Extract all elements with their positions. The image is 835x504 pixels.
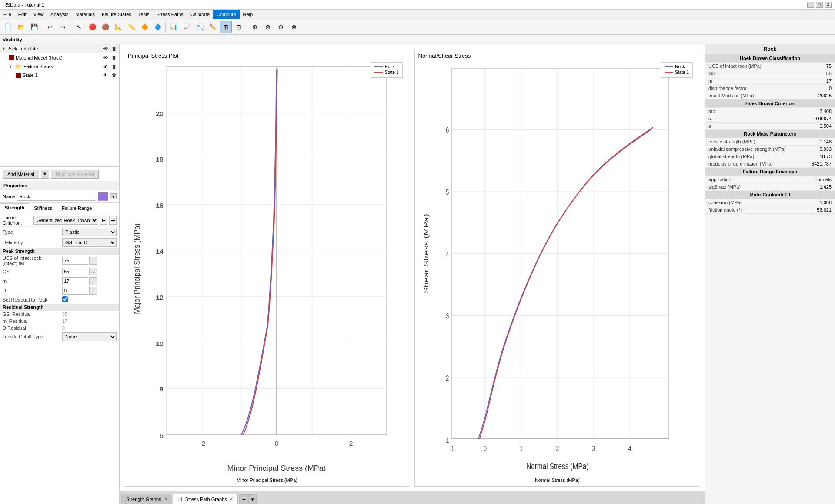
- svg-text:4: 4: [628, 444, 631, 452]
- tool-13[interactable]: ⊘: [262, 21, 274, 33]
- tree-item-state1[interactable]: State 1 👁 🗑: [0, 71, 119, 80]
- rock-mass-params-header: Rock Mass Parameters: [705, 130, 835, 138]
- set-residual-checkbox[interactable]: [62, 296, 68, 302]
- select-button[interactable]: ↖: [73, 21, 85, 33]
- menu-stress-paths[interactable]: Stress Paths: [153, 10, 187, 19]
- tool-15[interactable]: ⊗: [288, 21, 300, 33]
- menu-tests[interactable]: Tests: [135, 10, 153, 19]
- menu-edit[interactable]: Edit: [15, 10, 30, 19]
- tree-visibility-icon[interactable]: 👁: [102, 45, 109, 52]
- menu-file[interactable]: File: [0, 10, 15, 19]
- type-select[interactable]: Plastic: [62, 228, 117, 236]
- define-by-select[interactable]: GSI, mi, D: [62, 238, 117, 247]
- state1-visibility-icon[interactable]: 👁: [102, 72, 109, 79]
- tool-8[interactable]: 📈: [180, 21, 193, 33]
- tool-5[interactable]: 🔶: [138, 21, 150, 33]
- failure-states-visibility-icon[interactable]: 👁: [102, 63, 109, 70]
- tree-item-failure-states[interactable]: ▼ 📁 Failure States 👁 🗑: [0, 62, 119, 71]
- tool-1[interactable]: 🔴: [86, 21, 98, 33]
- tensile-strength-label: tensile strength (MPa): [705, 138, 804, 146]
- menu-calibrate[interactable]: Calibrate: [187, 10, 213, 19]
- mi-input[interactable]: [62, 277, 88, 285]
- tab-strength[interactable]: Strength: [0, 203, 29, 212]
- add-material-dropdown[interactable]: ▼: [41, 170, 49, 179]
- tab-strength-graphs[interactable]: Strength Graphs ✕: [121, 494, 172, 504]
- mohr-coulomb-header: Mohr Coulomb Fit: [705, 191, 835, 199]
- right-panel-collapse-button[interactable]: ◀: [705, 265, 705, 283]
- d-residual-row: D Residual 0: [0, 325, 119, 332]
- open-button[interactable]: 📂: [15, 21, 27, 33]
- props-name-input[interactable]: [17, 192, 96, 201]
- tool-3[interactable]: 📐: [112, 21, 124, 33]
- ucs-edit-btn[interactable]: ...: [89, 257, 97, 265]
- save-button[interactable]: 💾: [28, 21, 40, 33]
- props-color-dropdown[interactable]: ▼: [110, 193, 117, 199]
- d-input[interactable]: [62, 287, 88, 295]
- failure-criterion-select[interactable]: Generalized Hoek Brown: [33, 216, 98, 225]
- tool-7[interactable]: 📊: [167, 21, 180, 33]
- menu-analysis[interactable]: Analysis: [47, 10, 72, 19]
- duplicate-material-button[interactable]: Duplicate Material: [51, 170, 99, 179]
- material-visibility-icon[interactable]: 👁: [102, 54, 109, 61]
- tree-delete-icon[interactable]: 🗑: [110, 45, 117, 52]
- tool-11[interactable]: ⊟: [233, 21, 245, 33]
- tool-14[interactable]: ⊖: [275, 21, 287, 33]
- material-delete-icon[interactable]: 🗑: [110, 54, 117, 61]
- menu-view[interactable]: View: [30, 10, 47, 19]
- tool-4[interactable]: 📏: [125, 21, 137, 33]
- tab-stiffness[interactable]: Stiffness: [29, 204, 57, 212]
- menu-materials[interactable]: Materials: [72, 10, 98, 19]
- tab-failure-range[interactable]: Failure Range: [57, 204, 97, 212]
- failure-states-collapse[interactable]: ▼: [9, 64, 13, 69]
- gsi-edit-btn[interactable]: ...: [89, 268, 97, 275]
- minimize-button[interactable]: ─: [807, 2, 814, 8]
- tab-dropdown-button[interactable]: ▼: [249, 494, 257, 504]
- svg-text:Minor Principal Stress (MPa): Minor Principal Stress (MPa): [227, 464, 326, 472]
- new-button[interactable]: 📄: [2, 21, 14, 33]
- tool-6[interactable]: 🔷: [151, 21, 164, 33]
- mi-edit-btn[interactable]: ...: [89, 277, 97, 285]
- modulus-deformation-label: modulus of deformation (MPa): [705, 160, 804, 168]
- svg-text:12: 12: [156, 294, 164, 301]
- tool-12[interactable]: ⊕: [249, 21, 261, 33]
- intact-modulus-row: Intact Modulus (MPa) 20625: [705, 92, 835, 99]
- tensile-cutoff-select[interactable]: None: [62, 332, 117, 341]
- tool-9[interactable]: 📉: [194, 21, 206, 33]
- failure-states-delete-icon[interactable]: 🗑: [110, 63, 117, 70]
- close-button[interactable]: ✕: [825, 2, 832, 8]
- redo-button[interactable]: ↪: [57, 21, 69, 33]
- menu-compute[interactable]: Compute: [213, 10, 240, 19]
- tab-stress-path-graphs-icon: 📊: [177, 497, 183, 501]
- menu-failure-states[interactable]: Failure States: [98, 10, 135, 19]
- d-edit-btn[interactable]: ...: [89, 287, 97, 295]
- props-grid-icon[interactable]: ⊞: [100, 216, 107, 225]
- tab-stress-path-graphs[interactable]: 📊 Stress Path Graphs ✕: [173, 494, 238, 504]
- tree-section: ▼ Rock Template 👁 🗑 Material Model (Rock…: [0, 44, 119, 167]
- mi-value: ...: [60, 276, 119, 286]
- tab-stress-path-graphs-close[interactable]: ✕: [230, 497, 233, 501]
- undo-button[interactable]: ↩: [44, 21, 56, 33]
- principal-stress-title: Principal Stress Plot: [128, 53, 406, 59]
- tree-item-material-model[interactable]: Material Model (Rock) 👁 🗑: [0, 53, 119, 62]
- ucs-label: UCS of intact rock (intact) (M: [0, 255, 60, 267]
- props-table-icon[interactable]: ☰: [109, 216, 117, 225]
- set-residual-value: [60, 295, 119, 304]
- tab-strength-graphs-close[interactable]: ✕: [164, 497, 167, 501]
- tab-add-button[interactable]: +: [239, 494, 249, 504]
- props-color-button[interactable]: [98, 192, 108, 201]
- ucs-input[interactable]: [62, 257, 88, 265]
- global-strength-row: global strength (MPa) 18.73: [705, 153, 835, 160]
- tool-active[interactable]: ⊞: [220, 21, 232, 33]
- gsi-input[interactable]: [62, 268, 88, 275]
- disturbance-value: 0: [804, 85, 835, 92]
- menu-help[interactable]: Help: [240, 10, 257, 19]
- tool-2[interactable]: 🟤: [99, 21, 111, 33]
- a-value: 0.504: [804, 123, 835, 130]
- d-value: ...: [60, 286, 119, 295]
- tool-10[interactable]: ✏️: [207, 21, 219, 33]
- state1-delete-icon[interactable]: 🗑: [110, 72, 117, 79]
- cohesion-value: 1.008: [804, 199, 835, 206]
- maximize-button[interactable]: □: [816, 2, 823, 8]
- tree-collapse[interactable]: ▼: [2, 46, 6, 51]
- add-material-button[interactable]: Add Material: [3, 170, 39, 179]
